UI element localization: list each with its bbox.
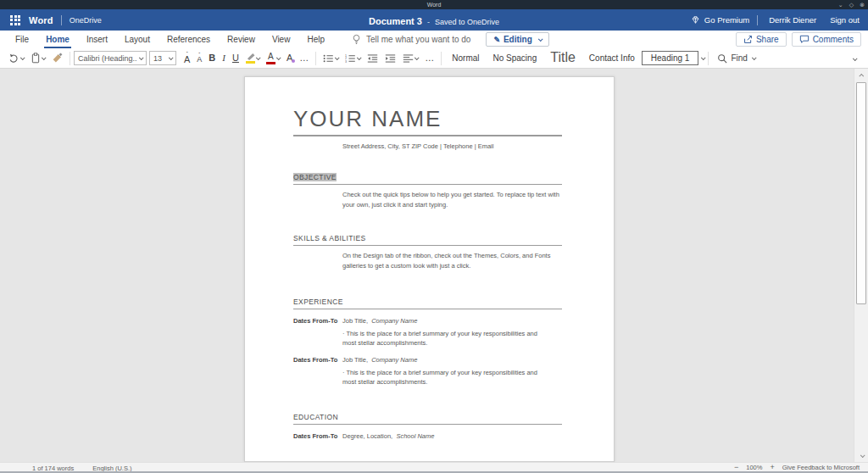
status-bar: 1 of 174 words English (U.S.) − 100% + G… — [0, 462, 868, 473]
style-title[interactable]: Title — [543, 50, 582, 67]
tab-home[interactable]: Home — [40, 32, 75, 47]
job-summary[interactable]: · This is the place for a brief summary … — [342, 368, 553, 387]
font-color-button[interactable]: A — [264, 51, 282, 66]
ellipsis-icon: … — [425, 53, 434, 63]
word-count[interactable]: 1 of 174 words — [32, 465, 74, 472]
comments-label: Comments — [813, 35, 854, 44]
window-titlebar: Word ⌄ ◇ ⊗ — [0, 0, 868, 9]
language-selector[interactable]: English (U.S.) — [92, 465, 131, 472]
underline-icon: U — [232, 53, 239, 63]
minimize-icon[interactable]: ⌄ — [838, 2, 843, 8]
tab-layout[interactable]: Layout — [119, 32, 156, 47]
more-paragraph-options-button[interactable]: … — [422, 52, 437, 64]
resume-name-heading[interactable]: YOUR NAME — [293, 106, 562, 136]
undo-button[interactable] — [6, 51, 26, 65]
find-button[interactable]: Find — [712, 52, 760, 65]
section-body[interactable]: On the Design tab of the ribbon, check o… — [342, 251, 562, 270]
ribbon-collapse-button[interactable] — [843, 50, 863, 66]
grow-font-button[interactable]: ˆA — [181, 51, 192, 66]
selected-text[interactable]: OBJECTIVE — [293, 173, 337, 181]
decrease-indent-button[interactable] — [364, 52, 381, 65]
contact-info-line[interactable]: Street Address, City, ST ZIP Code | Tele… — [342, 142, 562, 150]
zoom-level[interactable]: 100% — [746, 464, 762, 471]
style-heading-1[interactable]: Heading 1 — [642, 51, 699, 65]
sign-out-button[interactable]: Sign out — [830, 15, 860, 25]
close-icon[interactable]: ⊗ — [860, 2, 865, 8]
pencil-icon: ✎ — [493, 36, 500, 44]
job-title-line[interactable]: Job Title, Company Name — [342, 356, 562, 364]
numbered-list-icon: 123 — [345, 53, 356, 64]
tab-references[interactable]: References — [161, 32, 216, 47]
style-normal[interactable]: Normal — [445, 52, 486, 64]
color-dot — [292, 59, 295, 63]
paste-button[interactable] — [28, 51, 47, 65]
more-font-options-button[interactable]: … — [297, 52, 311, 64]
document-title[interactable]: Document 3 — [369, 16, 422, 26]
section-heading[interactable]: SKILLS & ABILITIES — [293, 234, 562, 246]
font-color-bar — [266, 62, 275, 64]
vertical-scrollbar[interactable] — [854, 69, 868, 462]
ribbon-divider — [441, 52, 442, 65]
alignment-button[interactable] — [400, 52, 420, 65]
app-launcher-icon[interactable] — [10, 15, 20, 25]
school-name[interactable]: School Name — [396, 432, 434, 440]
chevron-up-icon — [859, 73, 864, 78]
section-body[interactable]: Check out the quick tips below to help y… — [342, 190, 562, 209]
font-size-select[interactable]: 13 — [149, 51, 176, 65]
zoom-out-button[interactable]: − — [734, 463, 738, 471]
section-heading[interactable]: EXPERIENCE — [293, 298, 562, 309]
ribbon-divider — [708, 52, 709, 65]
maximize-icon[interactable]: ◇ — [849, 2, 854, 8]
save-status[interactable]: Saved to OneDrive — [435, 18, 499, 26]
job-summary[interactable]: · This is the place for a brief summary … — [342, 329, 553, 348]
dates-label[interactable]: Dates From-To — [293, 317, 342, 348]
header-divider — [757, 15, 758, 25]
user-name[interactable]: Derrik Diener — [769, 15, 816, 25]
style-gallery-chevron-icon[interactable] — [701, 55, 706, 60]
experience-entry[interactable]: Dates From-To Job Title, Company Name · … — [293, 356, 562, 387]
education-entry[interactable]: Dates From-To Degree, Location, School N… — [293, 432, 562, 440]
onedrive-link[interactable]: OneDrive — [70, 16, 102, 25]
tell-me-search[interactable]: Tell me what you want to do — [352, 34, 470, 45]
company-name[interactable]: Company Name — [371, 317, 417, 325]
svg-text:3: 3 — [345, 59, 347, 63]
go-premium-button[interactable]: Go Premium — [691, 15, 749, 25]
job-title-line[interactable]: Job Title, Company Name — [342, 317, 562, 325]
tab-review[interactable]: Review — [221, 32, 261, 47]
zoom-in-button[interactable]: + — [770, 463, 774, 471]
italic-button[interactable]: I — [220, 52, 228, 64]
section-heading[interactable]: OBJECTIVE — [293, 173, 562, 185]
tab-help[interactable]: Help — [301, 32, 331, 47]
app-name[interactable]: Word — [29, 15, 53, 25]
feedback-link[interactable]: Give Feedback to Microsoft — [782, 464, 860, 471]
style-contact-info[interactable]: Contact Info — [582, 52, 642, 64]
scroll-up-button[interactable] — [856, 70, 867, 81]
format-painter-button[interactable] — [49, 51, 65, 65]
comments-button[interactable]: Comments — [792, 32, 861, 47]
font-name-select[interactable]: Calibri (Heading.. — [74, 51, 147, 65]
editing-mode-button[interactable]: ✎ Editing — [486, 32, 548, 47]
shrink-font-button[interactable]: ˇA — [194, 52, 204, 65]
clear-formatting-button[interactable]: A — [284, 52, 295, 64]
increase-indent-button[interactable] — [382, 52, 398, 65]
highlight-color-button[interactable] — [243, 51, 262, 65]
dates-label[interactable]: Dates From-To — [293, 356, 342, 387]
numbering-button[interactable]: 123 — [342, 52, 363, 65]
section-heading[interactable]: EDUCATION — [293, 413, 562, 425]
document-page[interactable]: YOUR NAME Street Address, City, ST ZIP C… — [244, 76, 615, 462]
tab-insert[interactable]: Insert — [81, 32, 114, 47]
tab-view[interactable]: View — [266, 32, 297, 47]
company-name[interactable]: Company Name — [371, 356, 417, 364]
bold-button[interactable]: B — [206, 52, 218, 64]
entry-content: Job Title, Company Name · This is the pl… — [342, 317, 562, 348]
tab-file[interactable]: File — [9, 32, 35, 47]
degree-line[interactable]: Degree, Location, School Name — [342, 432, 562, 440]
share-button[interactable]: Share — [736, 32, 787, 47]
bullets-button[interactable] — [320, 52, 341, 65]
scrollbar-thumb[interactable] — [856, 82, 866, 304]
style-no-spacing[interactable]: No Spacing — [487, 52, 544, 64]
underline-button[interactable]: U — [230, 52, 242, 64]
scroll-down-button[interactable] — [856, 450, 867, 461]
experience-entry[interactable]: Dates From-To Job Title, Company Name · … — [293, 317, 562, 348]
dates-label[interactable]: Dates From-To — [293, 432, 342, 440]
